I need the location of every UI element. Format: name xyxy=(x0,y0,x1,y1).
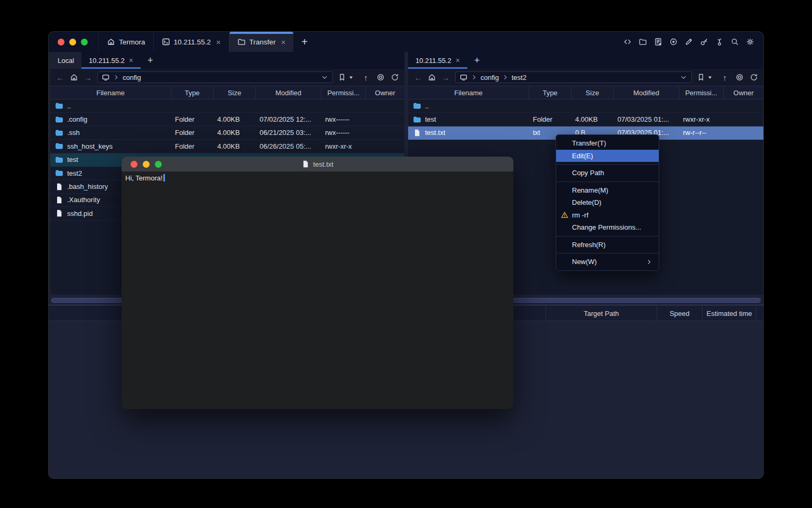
back-icon[interactable]: ← xyxy=(56,73,65,82)
bookmark-menu-button[interactable] xyxy=(697,73,714,81)
perm-cell: rwx------ xyxy=(321,129,365,137)
new-title-tab-button[interactable]: + xyxy=(293,32,316,52)
filename-cell: test.txt xyxy=(408,129,529,137)
menu-item-label: Delete(D) xyxy=(572,198,602,206)
column-header-type[interactable]: Type xyxy=(529,86,571,99)
close-tab-icon[interactable]: × xyxy=(216,38,221,46)
file-row--[interactable]: .. xyxy=(408,99,763,113)
refresh-icon[interactable] xyxy=(391,73,399,81)
file-row--[interactable]: .. xyxy=(50,99,404,113)
chevron-right-icon xyxy=(470,73,478,81)
settings-icon[interactable] xyxy=(746,38,754,46)
forward-icon[interactable]: → xyxy=(83,73,93,82)
caret-down-icon xyxy=(347,73,355,81)
pane-tab-10-211-55-2[interactable]: 10.211.55.2× xyxy=(408,52,467,69)
close-window-button[interactable] xyxy=(58,39,64,46)
right_pane-path-field[interactable]: configtest2 xyxy=(455,71,692,83)
chevron-down-icon[interactable] xyxy=(320,73,329,81)
filename-text: .ssh xyxy=(67,129,80,137)
file-row-ssh-host-keys[interactable]: ssh_host_keysFolder4.00KB06/26/2025 05:.… xyxy=(50,140,404,153)
chevron-right-icon xyxy=(112,73,121,81)
file-row-test[interactable]: testFolder4.00KB07/03/2025 01:...rwxr-xr… xyxy=(408,113,763,126)
left_pane-toolbar: ←→config↑ xyxy=(50,69,404,86)
type-cell: Folder xyxy=(171,142,213,150)
log-icon[interactable] xyxy=(654,38,662,46)
menu-item-copy-path[interactable]: Copy Path xyxy=(556,167,659,179)
file-icon xyxy=(55,209,63,217)
transfer-column-estimated-time[interactable]: Estimated time xyxy=(702,306,756,321)
forward-icon[interactable]: → xyxy=(441,73,450,82)
left_pane-path-field[interactable]: config xyxy=(97,71,333,83)
modified-cell: 07/03/2025 01:... xyxy=(613,115,679,123)
show-hidden-icon[interactable] xyxy=(735,73,744,81)
chevron-down-icon[interactable] xyxy=(679,73,688,81)
home-icon[interactable] xyxy=(428,73,436,81)
home-icon[interactable] xyxy=(70,73,78,81)
titlebar: Termora10.211.55.2×Transfer× + xyxy=(49,32,763,52)
editor-zoom-button[interactable] xyxy=(155,161,162,168)
perm-cell: rw-r--r-- xyxy=(679,129,723,137)
menu-item-rm-rf[interactable]: rm -rf xyxy=(556,209,659,222)
menu-item-refresh-r-[interactable]: Refresh(R) xyxy=(556,239,659,251)
column-header-owner[interactable]: Owner xyxy=(723,86,763,99)
refresh-icon[interactable] xyxy=(750,73,758,81)
right_pane-actions: ↑ xyxy=(697,73,758,82)
column-header-permissi[interactable]: Permissi... xyxy=(679,86,723,99)
title-tab-10-211-55-2[interactable]: 10.211.55.2× xyxy=(153,32,229,52)
menu-item-rename-m-[interactable]: Rename(M) xyxy=(556,184,659,197)
keychain-icon[interactable] xyxy=(715,38,724,46)
column-header-type[interactable]: Type xyxy=(171,86,213,99)
menu-item-new-w-[interactable]: New(W) xyxy=(556,256,659,268)
path-segment[interactable]: test2 xyxy=(512,74,527,81)
up-arrow-icon[interactable]: ↑ xyxy=(361,73,371,82)
close-tab-icon[interactable]: × xyxy=(456,56,460,65)
pane-tab-local[interactable]: Local xyxy=(50,52,81,69)
column-header-filename[interactable]: Filename xyxy=(50,86,171,99)
menu-item-change-permissions-[interactable]: Change Permissions... xyxy=(556,221,659,234)
record-icon[interactable] xyxy=(669,38,678,46)
pane-tab-10-211-55-2[interactable]: 10.211.55.2× xyxy=(81,52,141,69)
folder-icon[interactable] xyxy=(639,38,647,46)
editor-window: test.txt Hi, Termora! xyxy=(122,157,513,409)
transfer-column-speed[interactable]: Speed xyxy=(657,306,702,321)
title-tab-label: Transfer xyxy=(250,38,276,46)
column-header-filename[interactable]: Filename xyxy=(408,86,529,99)
filename-text: test xyxy=(425,115,436,123)
title-tab-termora[interactable]: Termora xyxy=(98,32,153,52)
close-tab-icon[interactable]: × xyxy=(129,56,133,65)
new-pane-tab-button[interactable]: + xyxy=(141,52,160,69)
menu-item-edit-e-[interactable]: Edit(E) xyxy=(556,150,659,162)
filename-cell: .config xyxy=(50,115,171,124)
path-segment[interactable]: config xyxy=(123,74,141,81)
editor-close-button[interactable] xyxy=(131,161,137,168)
new-pane-tab-button[interactable]: + xyxy=(467,52,487,69)
up-arrow-icon[interactable]: ↑ xyxy=(720,73,730,82)
key-icon[interactable] xyxy=(700,38,708,46)
file-row--ssh[interactable]: .sshFolder4.00KB06/21/2025 03:...rwx----… xyxy=(50,126,404,140)
title-tab-transfer[interactable]: Transfer× xyxy=(229,32,294,52)
back-icon[interactable]: ← xyxy=(413,73,423,82)
transfer-column-target-path[interactable]: Target Path xyxy=(546,306,657,321)
path-segment[interactable]: config xyxy=(481,74,499,81)
column-header-size[interactable]: Size xyxy=(571,86,613,99)
column-header-size[interactable]: Size xyxy=(213,86,255,99)
close-tab-icon[interactable]: × xyxy=(281,38,285,46)
column-header-permissi[interactable]: Permissi... xyxy=(321,86,365,99)
file-row--config[interactable]: .configFolder4.00KB07/02/2025 12:...rwx-… xyxy=(50,113,404,126)
folder-icon xyxy=(55,129,63,137)
menu-item-transfer-t-[interactable]: Transfer(T) xyxy=(556,137,659,150)
column-header-owner[interactable]: Owner xyxy=(365,86,404,99)
bookmark-menu-button[interactable] xyxy=(338,73,355,81)
editor-minimize-button[interactable] xyxy=(143,161,150,168)
column-header-modified[interactable]: Modified xyxy=(255,86,321,99)
menu-item-label: Edit(E) xyxy=(572,152,593,160)
menu-item-delete-d-[interactable]: Delete(D) xyxy=(556,196,659,209)
code-icon[interactable] xyxy=(623,38,632,46)
show-hidden-icon[interactable] xyxy=(376,73,385,81)
minimize-window-button[interactable] xyxy=(69,39,76,46)
zoom-window-button[interactable] xyxy=(81,39,88,46)
edit-icon[interactable] xyxy=(685,38,693,46)
search-icon[interactable] xyxy=(731,38,739,46)
editor-content-area[interactable]: Hi, Termora! xyxy=(122,171,513,185)
column-header-modified[interactable]: Modified xyxy=(613,86,679,99)
